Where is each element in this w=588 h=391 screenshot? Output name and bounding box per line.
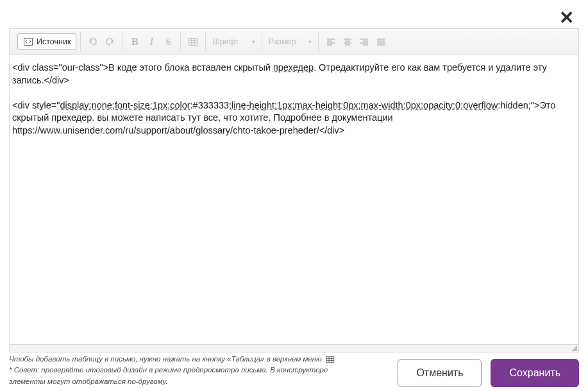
align-center-icon	[342, 37, 353, 47]
table-icon	[188, 37, 198, 47]
toolbar-group-history	[81, 32, 122, 51]
hint-table: Чтобы добавить таблицу в письмо, нужно н…	[9, 354, 322, 365]
toolbar-group-size: Размер ▾	[262, 32, 319, 51]
align-left-button[interactable]	[323, 33, 339, 50]
toolbar-group-format: B I S	[122, 32, 181, 51]
font-select[interactable]: Шрифт ▾	[210, 37, 257, 46]
svg-rect-22	[326, 356, 333, 363]
save-button[interactable]: Сохранить	[491, 359, 579, 387]
editor-toolbar: Источник B	[10, 29, 578, 55]
align-justify-button[interactable]	[373, 33, 389, 50]
source-button[interactable]: Источник	[17, 33, 76, 50]
align-left-icon	[326, 37, 336, 47]
toolbar-group-source: Источник	[13, 32, 81, 51]
toolbar-group-font: Шрифт ▾	[206, 32, 262, 51]
svg-rect-1	[189, 39, 197, 46]
cancel-button[interactable]: Отменить	[398, 359, 482, 387]
hint-preview: * Совет: проверяйте итоговый дизайн в ре…	[9, 365, 355, 387]
align-right-icon	[359, 37, 369, 47]
source-textarea[interactable]: <div class="our-class">В коде этого блок…	[10, 55, 578, 344]
editor-container: Источник B	[9, 28, 579, 352]
size-select[interactable]: Размер ▾	[266, 37, 315, 46]
strikethrough-icon: S	[165, 37, 171, 48]
strike-button[interactable]: S	[160, 33, 176, 50]
align-center-button[interactable]	[339, 33, 356, 50]
bold-button[interactable]: B	[126, 33, 143, 50]
editor-modal: ✕ Источник	[0, 0, 588, 391]
resize-handle[interactable]	[10, 344, 578, 352]
toolbar-group-align	[319, 32, 393, 51]
italic-button[interactable]: I	[143, 33, 160, 50]
undo-button[interactable]	[85, 33, 101, 50]
italic-icon: I	[150, 36, 153, 48]
chevron-down-icon: ▾	[252, 39, 255, 45]
close-icon[interactable]: ✕	[559, 9, 574, 27]
chevron-down-icon: ▾	[308, 39, 312, 45]
source-code-icon	[23, 37, 33, 47]
footer-buttons: Отменить Сохранить	[398, 354, 579, 387]
align-right-button[interactable]	[356, 33, 373, 50]
redo-button[interactable]	[101, 33, 118, 50]
redo-icon	[104, 36, 115, 48]
footer-hints: Чтобы добавить таблицу в письмо, нужно н…	[9, 354, 355, 387]
size-select-label: Размер	[269, 37, 296, 46]
font-select-label: Шрифт	[212, 37, 239, 46]
align-justify-icon	[376, 37, 386, 47]
table-icon	[326, 355, 335, 364]
table-button[interactable]	[185, 33, 201, 50]
toolbar-group-table	[181, 32, 206, 51]
undo-icon	[87, 36, 99, 48]
source-button-label: Источник	[37, 37, 71, 46]
bold-icon: B	[131, 36, 139, 48]
editor-footer: Чтобы добавить таблицу в письмо, нужно н…	[9, 354, 579, 387]
